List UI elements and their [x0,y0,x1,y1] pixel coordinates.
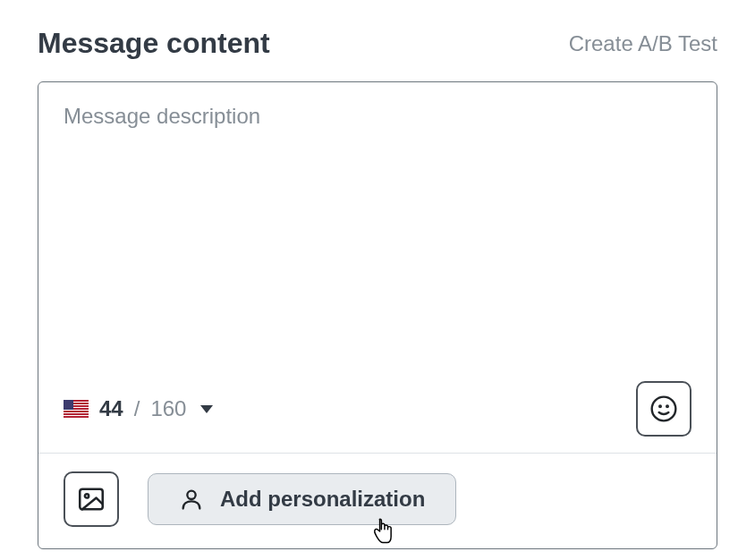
svg-point-1 [659,406,661,408]
svg-point-0 [652,397,676,421]
person-icon [179,487,204,512]
counter-row: 44 / 160 [38,372,717,454]
message-textarea[interactable] [38,82,717,369]
add-personalization-label: Add personalization [220,487,425,512]
char-count-current: 44 [99,396,123,421]
actions-row: Add personalization [38,454,717,548]
chevron-down-icon [200,405,213,413]
svg-rect-3 [80,489,103,510]
page-title: Message content [38,27,270,60]
add-personalization-button[interactable]: Add personalization [148,473,456,525]
create-ab-test-link[interactable]: Create A/B Test [569,31,717,56]
svg-point-4 [85,494,89,497]
char-count-separator: / [134,396,140,421]
pointer-cursor-icon [370,517,395,546]
image-icon [76,484,106,514]
message-editor-container: 44 / 160 Add pe [38,81,717,549]
smiley-icon [649,395,678,423]
character-counter[interactable]: 44 / 160 [64,396,213,421]
svg-point-5 [187,491,195,499]
char-count-max: 160 [150,396,186,421]
svg-point-2 [666,406,668,408]
us-flag-icon [64,400,89,418]
emoji-button[interactable] [636,381,691,437]
insert-image-button[interactable] [64,471,119,527]
